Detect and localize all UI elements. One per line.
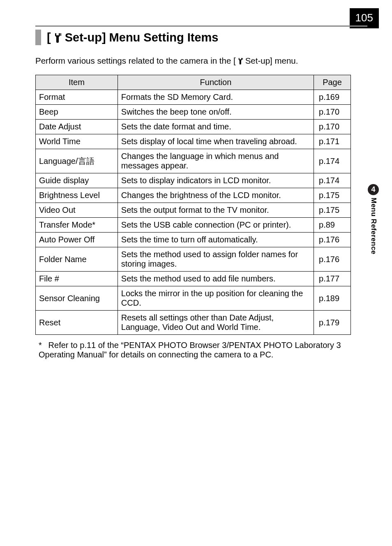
cell-function: Formats the SD Memory Card.	[118, 90, 314, 105]
chapter-label: Menu Reference	[369, 198, 378, 254]
cell-page: p.176	[314, 247, 351, 272]
cell-page: p.179	[314, 311, 351, 335]
cell-page: p.169	[314, 90, 351, 105]
cell-item: Format	[36, 90, 118, 105]
cell-function: Switches the beep tone on/off.	[118, 105, 314, 120]
cell-item: Auto Power Off	[36, 233, 118, 247]
cell-function: Sets the date format and time.	[118, 120, 314, 134]
chapter-number-badge: 4	[368, 184, 379, 195]
cell-page: p.175	[314, 188, 351, 203]
page-content: [ Set-up] Menu Setting Items Perform var…	[35, 30, 351, 359]
cell-function: Sets to display indicators in LCD monito…	[118, 173, 314, 188]
cell-page: p.176	[314, 233, 351, 247]
table-row: Transfer Mode*Sets the USB cable connect…	[36, 218, 351, 233]
top-accent-bar	[35, 25, 367, 27]
cell-function: Changes the language in which menus and …	[118, 149, 314, 173]
cell-function: Sets the method used to add file numbers…	[118, 272, 314, 286]
table-row: File #Sets the method used to add file n…	[36, 272, 351, 286]
table-row: Brightness LevelChanges the brightness o…	[36, 188, 351, 203]
cell-item: Language/言語	[36, 149, 118, 173]
cell-function: Resets all settings other than Date Adju…	[118, 311, 314, 335]
wrench-icon	[238, 57, 244, 65]
settings-table: Item Function Page FormatFormats the SD …	[35, 75, 351, 335]
cell-page: p.170	[314, 120, 351, 134]
cell-function: Sets the method used to assign folder na…	[118, 247, 314, 272]
cell-item: Guide display	[36, 173, 118, 188]
table-header-row: Item Function Page	[36, 75, 351, 90]
cell-item: Date Adjust	[36, 120, 118, 134]
cell-function: Sets the USB cable connection (PC or pri…	[118, 218, 314, 233]
intro-before: Perform various settings related to the …	[35, 56, 236, 66]
cell-item: Folder Name	[36, 247, 118, 272]
heading-label: Set-up] Menu Setting Items	[65, 31, 219, 44]
cell-function: Sets the time to turn off automatically.	[118, 233, 314, 247]
section-heading: [ Set-up] Menu Setting Items	[35, 30, 351, 45]
cell-item: File #	[36, 272, 118, 286]
intro-text: Perform various settings related to the …	[35, 56, 351, 66]
table-row: Video OutSets the output format to the T…	[36, 203, 351, 218]
cell-page: p.174	[314, 149, 351, 173]
cell-item: Video Out	[36, 203, 118, 218]
table-row: Date AdjustSets the date format and time…	[36, 120, 351, 134]
wrench-icon	[53, 32, 62, 43]
cell-page: p.175	[314, 203, 351, 218]
heading-text: [ Set-up] Menu Setting Items	[47, 31, 218, 44]
cell-item: Sensor Cleaning	[36, 286, 118, 311]
col-header-function: Function	[118, 75, 314, 90]
heading-accent-bar	[35, 30, 41, 45]
footnote-text: Refer to p.11 of the “PENTAX PHOTO Brows…	[39, 341, 341, 359]
table-row: FormatFormats the SD Memory Card.p.169	[36, 90, 351, 105]
cell-item: Reset	[36, 311, 118, 335]
cell-page: p.171	[314, 134, 351, 149]
cell-item: World Time	[36, 134, 118, 149]
table-row: Guide displaySets to display indicators …	[36, 173, 351, 188]
table-row: Language/言語Changes the language in which…	[36, 149, 351, 173]
table-row: BeepSwitches the beep tone on/off.p.170	[36, 105, 351, 120]
table-row: ResetResets all settings other than Date…	[36, 311, 351, 335]
table-row: Auto Power OffSets the time to turn off …	[36, 233, 351, 247]
footnote: * Refer to p.11 of the “PENTAX PHOTO Bro…	[35, 341, 351, 359]
cell-page: p.89	[314, 218, 351, 233]
cell-page: p.189	[314, 286, 351, 311]
table-row: World TimeSets display of local time whe…	[36, 134, 351, 149]
cell-function: Locks the mirror in the up position for …	[118, 286, 314, 311]
footnote-marker: *	[39, 341, 46, 350]
table-row: Folder NameSets the method used to assig…	[36, 247, 351, 272]
cell-function: Changes the brightness of the LCD monito…	[118, 188, 314, 203]
table-row: Sensor CleaningLocks the mirror in the u…	[36, 286, 351, 311]
col-header-page: Page	[314, 75, 351, 90]
cell-item: Brightness Level	[36, 188, 118, 203]
cell-function: Sets display of local time when travelin…	[118, 134, 314, 149]
cell-item: Beep	[36, 105, 118, 120]
cell-page: p.170	[314, 105, 351, 120]
heading-prefix: [	[47, 31, 51, 44]
cell-item: Transfer Mode*	[36, 218, 118, 233]
cell-page: p.174	[314, 173, 351, 188]
col-header-item: Item	[36, 75, 118, 90]
intro-after: Set-up] menu.	[245, 56, 298, 66]
cell-function: Sets the output format to the TV monitor…	[118, 203, 314, 218]
cell-page: p.177	[314, 272, 351, 286]
chapter-side-tab: 4 Menu Reference	[368, 184, 379, 254]
